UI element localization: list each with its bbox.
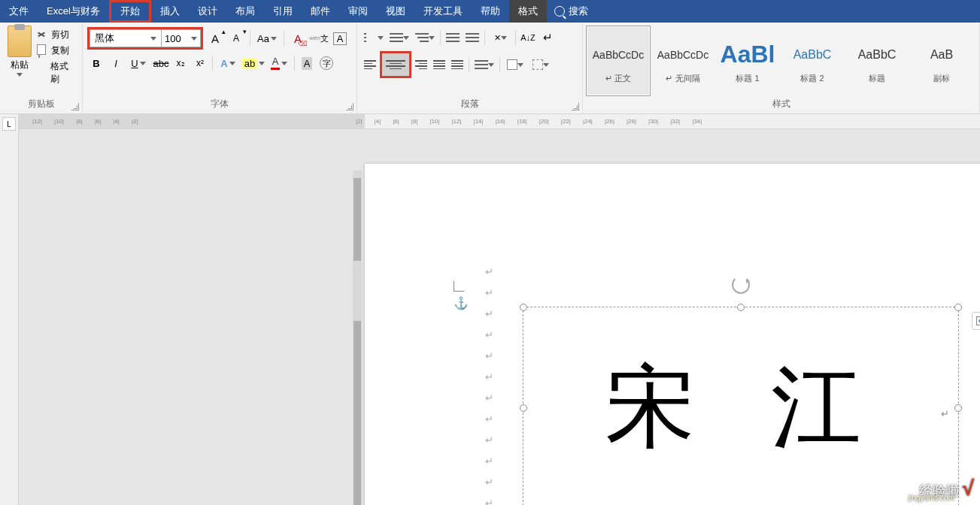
chevron-down-icon (543, 63, 549, 67)
style-subtitle[interactable]: AaB副标 (909, 26, 974, 96)
menu-layout[interactable]: 布局 (226, 0, 264, 23)
cut-icon (36, 29, 48, 41)
multilevel-icon (415, 32, 429, 43)
shading-button[interactable] (503, 56, 527, 74)
canvas: ⚓ ↵↵↵↵↵↵↵↵↵↵↵↵↵↵↵↵↵↵ 宋江 ↵ (19, 129, 980, 505)
copy-button[interactable]: 复制 (36, 44, 77, 57)
menu-design[interactable]: 设计 (189, 0, 226, 23)
bullets-button[interactable] (362, 29, 386, 47)
menu-format[interactable]: 格式 (509, 0, 547, 23)
chevron-down-icon (259, 62, 265, 65)
style-heading2[interactable]: AaBbC标题 2 (780, 26, 845, 96)
font-selector-highlight: 黑体 100 (87, 27, 203, 50)
cut-button[interactable]: 剪切 (36, 29, 77, 41)
horizontal-ruler[interactable]: |12||10||8||6||4||2||2||4||6||8||10||12|… (19, 114, 980, 129)
style-no-spacing[interactable]: AaBbCcDc↵ 无间隔 (651, 26, 715, 96)
numbering-icon (390, 32, 403, 43)
numbering-button[interactable] (387, 29, 411, 47)
line-spacing-icon (475, 59, 488, 70)
page[interactable]: ⚓ ↵↵↵↵↵↵↵↵↵↵↵↵↵↵↵↵↵↵ 宋江 ↵ (365, 164, 980, 505)
resize-handle[interactable] (954, 404, 962, 412)
borders-button[interactable] (529, 56, 553, 74)
multilevel-list-button[interactable] (413, 29, 437, 47)
copy-label: 复制 (51, 44, 69, 57)
style-normal[interactable]: AaBbCcDc↵ 正文 (586, 26, 651, 96)
search-box[interactable]: 搜索 (547, 0, 596, 23)
subscript-button[interactable]: x₂ (171, 54, 190, 72)
copy-icon (36, 45, 48, 57)
text-box[interactable]: 宋江 ↵ (523, 307, 959, 505)
italic-button[interactable]: I (107, 54, 125, 72)
menu-excel-finance[interactable]: Excel与财务 (38, 0, 109, 23)
layout-options-button[interactable] (972, 312, 980, 330)
style-heading1[interactable]: AaBl标题 1 (715, 26, 780, 96)
resize-handle[interactable] (520, 404, 527, 412)
font-name-dropdown[interactable]: 黑体 (90, 29, 162, 47)
char-border-button[interactable]: A (331, 29, 349, 47)
increase-indent-button[interactable] (463, 29, 481, 47)
chevron-down-icon (229, 62, 235, 65)
format-painter-button[interactable]: 格式刷 (36, 60, 77, 86)
text-effects-button[interactable]: A (216, 54, 240, 72)
tab-selector[interactable]: L (2, 117, 16, 131)
clipboard-group-label: 剪贴板 (0, 96, 82, 112)
chevron-down-icon (429, 36, 435, 40)
format-painter-label: 格式刷 (50, 60, 77, 86)
borders-icon (532, 59, 543, 70)
char-shading-button[interactable]: A (298, 54, 316, 72)
resize-handle[interactable] (737, 304, 745, 311)
menu-developer[interactable]: 开发工具 (414, 0, 472, 23)
dialog-launcher-icon[interactable] (71, 103, 79, 110)
clear-formatting-button[interactable]: A⌫ (289, 29, 307, 47)
menu-review[interactable]: 审阅 (339, 0, 377, 23)
asian-layout-button[interactable]: ✕ (488, 29, 512, 47)
bold-button[interactable]: B (87, 54, 105, 72)
underline-button[interactable]: U (126, 54, 150, 72)
resize-handle[interactable] (520, 304, 527, 311)
enclose-char-button[interactable]: 字 (317, 54, 335, 72)
superscript-button[interactable]: x² (191, 54, 209, 72)
layout-options-icon (976, 316, 980, 325)
menu-home[interactable]: 开始 (109, 0, 151, 23)
menu-references[interactable]: 引用 (264, 0, 302, 23)
menu-insert[interactable]: 插入 (151, 0, 189, 23)
menu-mailings[interactable]: 邮件 (302, 0, 339, 23)
styles-group-label: 样式 (583, 96, 979, 112)
font-size-dropdown[interactable]: 100 (162, 29, 201, 47)
style-title[interactable]: AaBbC标题 (845, 26, 909, 96)
dialog-launcher-icon[interactable] (346, 103, 353, 110)
paste-icon (8, 26, 32, 57)
text-content[interactable]: 宋江 (523, 307, 958, 505)
group-clipboard: 粘贴 剪切 复制 格式刷 剪贴板 (0, 23, 83, 113)
resize-handle[interactable] (954, 304, 962, 311)
change-case-button[interactable]: Aa (255, 29, 279, 47)
chevron-down-icon (17, 73, 23, 77)
highlight-button[interactable]: ab (241, 54, 265, 72)
nav-gutter (353, 171, 362, 505)
justify-button[interactable] (431, 56, 448, 73)
align-left-button[interactable] (362, 56, 378, 73)
distribute-button[interactable] (449, 56, 466, 73)
decrease-indent-button[interactable] (444, 29, 462, 47)
align-center-button[interactable] (384, 55, 408, 74)
paste-button[interactable]: 粘贴 (5, 26, 35, 86)
line-spacing-button[interactable] (472, 56, 496, 74)
show-hide-button[interactable]: ↵ (539, 29, 557, 47)
menu-help[interactable]: 帮助 (472, 0, 509, 23)
align-right-button[interactable] (413, 56, 429, 73)
align-center-highlight (380, 51, 411, 78)
grow-font-button[interactable]: A▴ (206, 29, 224, 47)
font-group-label: 字体 (83, 96, 357, 112)
strikethrough-button[interactable]: abc (152, 54, 170, 72)
rotate-handle-icon[interactable] (732, 276, 750, 294)
dialog-launcher-icon[interactable] (572, 103, 579, 110)
nav-thumb (353, 178, 361, 261)
font-color-button[interactable]: A (267, 54, 291, 72)
chevron-down-icon (281, 62, 287, 65)
menu-file[interactable]: 文件 (0, 0, 38, 23)
phonetic-guide-button[interactable]: wén文 (310, 29, 328, 47)
shrink-font-button[interactable]: A▾ (227, 29, 245, 47)
menu-view[interactable]: 视图 (377, 0, 414, 23)
sort-button[interactable]: A↓Z (519, 29, 537, 47)
brush-icon (36, 67, 48, 79)
